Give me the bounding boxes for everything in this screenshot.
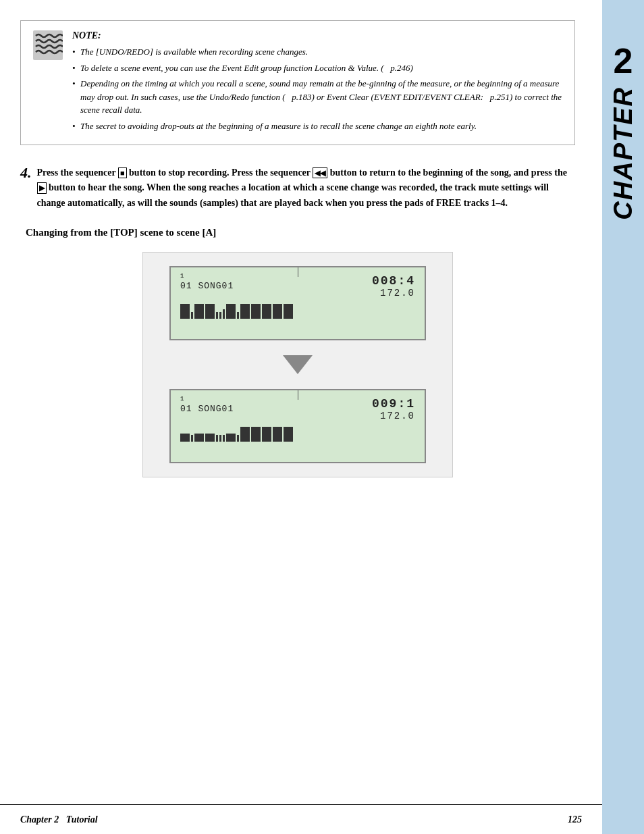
screen1-time: 008:4 (372, 274, 415, 288)
screen1-right: 008:4 172.0 (372, 274, 415, 298)
screen1-left: 01 SONG01 (180, 274, 234, 291)
screen2-left: 01 SONG01 (180, 397, 234, 414)
screens-container: 1 01 SONG01 008:4 172.0 (142, 252, 453, 477)
screen1-tracks (180, 304, 415, 319)
note-list: The [UNDO/REDO] is available when record… (72, 45, 562, 132)
note-item-2: To delete a scene event, you can use the… (72, 61, 562, 75)
footer-left: Chapter 2 Tutorial (20, 814, 98, 825)
footer: Chapter 2 Tutorial 125 (0, 804, 602, 834)
screen1-top-row: 01 SONG01 008:4 172.0 (180, 274, 415, 298)
screen1-tempo: 172.0 (372, 288, 415, 298)
screen2-right: 009:1 172.0 (372, 397, 415, 421)
step-4-section: 4. Press the sequencer ■ button to stop … (20, 165, 575, 211)
chapter-number: 2 (614, 41, 633, 81)
lcd-screen-2: 1 01 SONG01 009:1 172.0 (169, 389, 426, 463)
note-item-3: Depending on the timing at which you rec… (72, 77, 562, 117)
stop-symbol: ■ (118, 167, 127, 178)
arrow-down-container (283, 347, 313, 382)
note-title: NOTE: (72, 30, 562, 41)
footer-page: 125 (568, 814, 582, 825)
note-icon (33, 30, 63, 60)
main-content: NOTE: The [UNDO/REDO] is available when … (0, 0, 602, 834)
screen1-small-num: 1 (180, 273, 184, 280)
lcd-screen-1: 1 01 SONG01 008:4 172.0 (169, 266, 426, 340)
screen2-time: 009:1 (372, 397, 415, 411)
play-symbol: ▶ (37, 182, 47, 193)
chapter-label: CHAPTER (609, 86, 638, 220)
step-number: 4. (20, 164, 32, 182)
screen2-tempo: 172.0 (372, 411, 415, 421)
rewind-symbol: ◀◀ (313, 167, 327, 178)
note-content: NOTE: The [UNDO/REDO] is available when … (72, 30, 562, 135)
note-item-4: The secret to avoiding drop-outs at the … (72, 120, 562, 133)
subheading: Changing from the [TOP] scene to scene [… (26, 227, 575, 238)
step-text: Press the sequencer ■ button to stop rec… (37, 165, 576, 211)
arrow-down (283, 355, 313, 374)
screen2-tracks (180, 427, 415, 442)
screen2-small-num: 1 (180, 396, 184, 402)
sidebar: 2 CHAPTER (602, 0, 644, 834)
note-box: NOTE: The [UNDO/REDO] is available when … (20, 20, 575, 145)
screen2-top-row: 01 SONG01 009:1 172.0 (180, 397, 415, 421)
note-item-1: The [UNDO/REDO] is available when record… (72, 45, 562, 59)
